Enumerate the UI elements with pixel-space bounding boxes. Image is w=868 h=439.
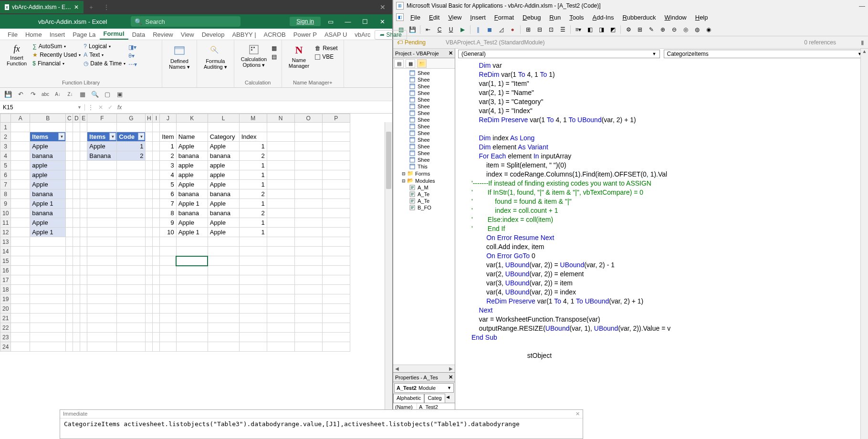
save-button[interactable]: 💾 — [408, 25, 417, 34]
cell-B6[interactable]: apple — [30, 170, 66, 180]
col-header-O[interactable]: O — [294, 114, 322, 123]
cell-O4[interactable] — [294, 151, 322, 161]
col-header-K[interactable]: K — [176, 114, 208, 123]
menu-format[interactable]: Format — [491, 13, 518, 22]
cell-N18[interactable] — [267, 285, 294, 294]
cell-N11[interactable] — [267, 218, 294, 228]
cell-G8[interactable] — [117, 189, 146, 199]
cell-P19[interactable] — [322, 294, 350, 304]
add-tab-button[interactable]: ＋ — [84, 3, 99, 11]
cell-H19[interactable] — [146, 294, 153, 304]
cell-G2[interactable]: Code▼ — [117, 132, 146, 142]
cell-M17[interactable] — [239, 275, 267, 285]
cell-F24[interactable] — [87, 342, 117, 352]
cell-D3[interactable] — [73, 142, 80, 151]
row-header-12[interactable]: 12 — [0, 228, 11, 237]
ribbon-tab-develop[interactable]: Develop — [198, 30, 229, 40]
cell-B15[interactable] — [30, 256, 66, 266]
cell-J11[interactable]: 9 — [160, 218, 176, 228]
cancel-formula-icon[interactable]: ✕ — [98, 104, 103, 111]
cell-E18[interactable] — [80, 285, 87, 294]
cell-E1[interactable] — [80, 123, 87, 132]
cell-C10[interactable] — [66, 209, 73, 218]
cell-D10[interactable] — [73, 209, 80, 218]
row-header-20[interactable]: 20 — [0, 304, 11, 314]
cell-J14[interactable] — [160, 247, 176, 256]
tb-btn-9[interactable]: ⚙ — [624, 25, 633, 34]
cell-H12[interactable] — [146, 228, 153, 237]
cell-O23[interactable] — [294, 333, 322, 342]
cell-N8[interactable] — [267, 189, 294, 199]
cell-L20[interactable] — [208, 304, 239, 314]
vbe-minimize-icon[interactable]: — — [859, 2, 865, 10]
tb-btn-11[interactable]: ✎ — [647, 25, 656, 34]
tb-btn-2[interactable]: ⊟ — [535, 25, 544, 34]
cell-C5[interactable] — [66, 161, 73, 170]
menu-edit[interactable]: Edit — [425, 13, 443, 22]
menu-view[interactable]: View — [444, 13, 465, 22]
cell-A22[interactable] — [11, 323, 30, 333]
cell-L14[interactable] — [208, 247, 239, 256]
signin-button[interactable]: Sign in — [290, 17, 321, 26]
cell-H16[interactable] — [146, 266, 153, 275]
cell-O18[interactable] — [294, 285, 322, 294]
cell-F10[interactable] — [87, 209, 117, 218]
pending-badge[interactable]: 🏷 Pending — [397, 39, 426, 46]
cell-H7[interactable] — [146, 180, 153, 189]
row-header-18[interactable]: 18 — [0, 285, 11, 294]
cell-P13[interactable] — [322, 237, 350, 247]
row-header-7[interactable]: 7 — [0, 180, 11, 189]
menu-file[interactable]: File — [407, 13, 424, 22]
cell-L24[interactable] — [208, 342, 239, 352]
filter-icon[interactable]: ▼ — [138, 133, 145, 140]
cell-J21[interactable] — [160, 314, 176, 323]
cell-G3[interactable]: 1 — [117, 142, 146, 151]
cell-G21[interactable] — [117, 314, 146, 323]
cell-F7[interactable] — [87, 180, 117, 189]
immediate-close-icon[interactable]: ✕ — [575, 411, 580, 417]
search-box[interactable]: 🔍 Search — [131, 16, 241, 27]
cell-G7[interactable] — [117, 180, 146, 189]
cell-M3[interactable]: 1 — [239, 142, 267, 151]
undo-button[interactable]: ↶ — [16, 90, 25, 99]
cell-H6[interactable] — [146, 170, 153, 180]
cell-I3[interactable] — [153, 142, 160, 151]
cell-I23[interactable] — [153, 333, 160, 342]
cell-P18[interactable] — [322, 285, 350, 294]
cell-H8[interactable] — [146, 189, 153, 199]
menu-addins[interactable]: Add-Ins — [589, 13, 618, 22]
cell-G6[interactable] — [117, 170, 146, 180]
cell-H18[interactable] — [146, 285, 153, 294]
cell-G4[interactable]: 2 — [117, 151, 146, 161]
cell-P11[interactable] — [322, 218, 350, 228]
cell-J18[interactable] — [160, 285, 176, 294]
col-header-C[interactable]: C — [66, 114, 73, 123]
cell-O2[interactable] — [294, 132, 322, 142]
cell-O21[interactable] — [294, 314, 322, 323]
cell-B24[interactable] — [30, 342, 66, 352]
cell-O1[interactable] — [294, 123, 322, 132]
cell-M18[interactable] — [239, 285, 267, 294]
cell-N16[interactable] — [267, 266, 294, 275]
cell-M23[interactable] — [239, 333, 267, 342]
tb-btn-14[interactable]: ◎ — [681, 25, 690, 34]
cell-B16[interactable] — [30, 266, 66, 275]
spellcheck-button[interactable]: abc — [41, 90, 50, 99]
col-header-corner[interactable] — [0, 114, 11, 123]
cell-P21[interactable] — [322, 314, 350, 323]
cell-M19[interactable] — [239, 294, 267, 304]
ribbon-tab-view[interactable]: View — [177, 30, 198, 40]
cell-L19[interactable] — [208, 294, 239, 304]
calc-options-button[interactable]: CalculationOptions ▾ — [238, 42, 270, 70]
cell-D19[interactable] — [73, 294, 80, 304]
cell-G22[interactable] — [117, 323, 146, 333]
proj-btn-2[interactable]: ▦ — [406, 59, 415, 68]
cell-H20[interactable] — [146, 304, 153, 314]
cell-D23[interactable] — [73, 333, 80, 342]
cell-I13[interactable] — [153, 237, 160, 247]
cell-I1[interactable] — [153, 123, 160, 132]
cell-D13[interactable] — [73, 237, 80, 247]
cell-H1[interactable] — [146, 123, 153, 132]
cell-N12[interactable] — [267, 228, 294, 237]
row-header-23[interactable]: 23 — [0, 333, 11, 342]
